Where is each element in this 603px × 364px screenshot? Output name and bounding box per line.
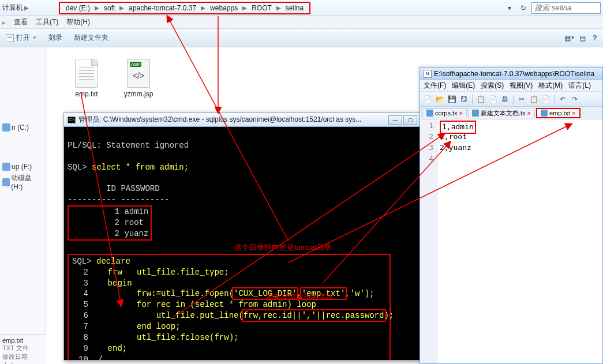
txt-file-icon xyxy=(75,59,98,88)
open-file-icon[interactable]: 📂 xyxy=(435,94,445,104)
save-all-icon[interactable]: 🖫 xyxy=(459,94,469,104)
editor-window: N E:\soft\apache-tomcat-7.0.37\webapps\R… xyxy=(420,67,603,364)
nav-h-drive[interactable]: 动磁盘 (H:) xyxy=(2,172,43,192)
open-button[interactable]: 打开 ▼ xyxy=(3,32,39,44)
minimize-button[interactable]: — xyxy=(388,115,402,125)
tab-emp-txt[interactable]: emp.txt× xyxy=(536,108,580,118)
details-name: emp.txt xyxy=(2,337,44,344)
sql-stmt: select * from admin; xyxy=(92,163,189,172)
breadcrumb-computer[interactable]: 计算机 xyxy=(2,3,23,13)
copy2-icon[interactable]: 📋 xyxy=(529,94,539,104)
file-icon xyxy=(426,110,433,117)
plsql-block-box: SQL> declare 2 frw utl_file.file_type; 3… xyxy=(68,254,391,360)
cmd-titlebar[interactable]: C:\ 管理员: C:\Windows\system32\cmd.exe - s… xyxy=(64,113,421,127)
nav-f-drive[interactable]: up (F:) xyxy=(2,162,43,172)
menu-help[interactable]: 帮助(H) xyxy=(66,17,90,27)
open-label: 打开 xyxy=(16,33,30,43)
chevron-right-icon: ▶ xyxy=(200,5,207,11)
menu-tools[interactable]: 工具(T) xyxy=(36,17,58,27)
editor-tabs: corps.tx× 新建文本文档.tx× emp.txt× xyxy=(420,107,602,119)
editor-menu-lang[interactable]: 语言(L) xyxy=(568,81,591,91)
address-bar: 计算机 ▶ dev (E:)▶ soft▶ apache-tomcat-7.0.… xyxy=(0,0,603,16)
menu-bar: ▸ 查看 工具(T) 帮助(H) xyxy=(0,16,603,29)
cmd-title-text: 管理员: C:\Windows\system32\cmd.exe - sqlpl… xyxy=(78,115,388,125)
breadcrumb-webapps[interactable]: webapps xyxy=(207,3,241,13)
refresh-icon[interactable]: ↻ xyxy=(518,2,529,14)
annotation-dir: 这个目录指向的是tomcat目录 xyxy=(234,242,332,253)
asp-file-icon: ASP </> xyxy=(127,59,150,88)
file-label: emp.txt xyxy=(75,90,98,98)
save-icon[interactable]: 💾 xyxy=(447,94,457,104)
editor-body: 1234 1,admin 2,root 2,yuanz xyxy=(420,119,602,363)
details-mod-label: 修改日期 xyxy=(2,353,28,360)
file-label: yzmm.jsp xyxy=(124,90,153,98)
chevron-right-icon: ▶ xyxy=(241,5,248,11)
help-icon[interactable]: ? xyxy=(590,33,600,43)
details-pane: emp.txt TXT 文件 修改日期 大小: xyxy=(0,334,46,364)
close-icon[interactable]: × xyxy=(572,110,575,117)
breadcrumb-soft[interactable]: soft xyxy=(100,3,118,13)
editor-titlebar[interactable]: N E:\soft\apache-tomcat-7.0.37\webapps\R… xyxy=(420,67,602,80)
editor-menu: 文件(F) 编辑(E) 搜索(S) 视图(V) 格式(M) 语言(L) xyxy=(420,80,602,92)
fields-arg: frw,rec.id||','||rec.password xyxy=(244,311,384,320)
close-icon[interactable]: × xyxy=(459,110,463,117)
maximize-button[interactable]: ▢ xyxy=(403,115,417,125)
drive-icon xyxy=(2,163,10,171)
chevron-right-icon: ▶ xyxy=(275,5,282,11)
drive-icon xyxy=(2,178,10,186)
query-result-box: 1 admin 2 root 2 yuanz xyxy=(68,205,152,241)
breadcrumb-selina[interactable]: selina xyxy=(282,3,307,13)
line-gutter: 1234 xyxy=(420,119,437,363)
notepad-icon xyxy=(6,34,14,42)
code-area[interactable]: 1,admin 2,root 2,yuanz xyxy=(437,119,602,363)
file-icon xyxy=(472,110,479,117)
nav-c-drive[interactable]: n (C:) xyxy=(2,122,43,133)
cut-icon[interactable]: ✂ xyxy=(516,94,527,104)
chevron-right-icon: ▶ xyxy=(23,5,30,11)
editor-toolbar: 📄 📂 💾 🖫 📋 📄 🖶 ✂ 📋 📄 ↶ ↷ xyxy=(420,92,602,107)
breadcrumb-dev[interactable]: dev (E:) xyxy=(62,3,93,13)
close-icon[interactable]: × xyxy=(527,110,531,117)
new-file-icon[interactable]: 📄 xyxy=(422,94,433,104)
print-icon[interactable]: 🖶 xyxy=(500,94,510,104)
file-icon xyxy=(541,110,548,117)
menu-view[interactable]: 查看 xyxy=(14,17,28,27)
undo-icon[interactable]: ↶ xyxy=(557,94,568,104)
annotation-fields: 需要友情备份的字段 xyxy=(266,292,334,302)
address-actions: ▾ ↻ xyxy=(504,2,601,14)
editor-title-text: E:\soft\apache-tomcat-7.0.37\webapps\ROO… xyxy=(434,70,594,78)
dropdown-icon[interactable]: ▾ xyxy=(504,2,515,14)
editor-menu-view[interactable]: 视图(V) xyxy=(510,81,533,91)
nav-pane: n (C:) up (F:) 动磁盘 (H:) xyxy=(0,47,46,364)
editor-menu-search[interactable]: 搜索(S) xyxy=(481,81,504,91)
chevron-right-icon: ▶ xyxy=(93,5,100,11)
asp-tag: ASP xyxy=(130,62,141,67)
details-size-label: 大小: xyxy=(2,362,17,364)
copy-icon[interactable]: 📋 xyxy=(475,94,486,104)
paste2-icon[interactable]: 📄 xyxy=(541,94,551,104)
file-emp-txt[interactable]: emp.txt xyxy=(69,59,104,98)
redo-icon[interactable]: ↷ xyxy=(570,94,580,104)
cmd-window: C:\ 管理员: C:\Windows\system32\cmd.exe - s… xyxy=(63,112,421,361)
tab-newdoc[interactable]: 新建文本文档.tx× xyxy=(468,108,535,118)
breadcrumb-root[interactable]: ROOT xyxy=(248,3,275,13)
drive-icon xyxy=(2,123,10,132)
cmd-icon: C:\ xyxy=(68,117,76,123)
code-glyph: </> xyxy=(128,71,149,80)
search-input[interactable] xyxy=(531,2,601,14)
editor-menu-file[interactable]: 文件(F) xyxy=(424,81,446,91)
new-folder-button[interactable]: 新建文件夹 xyxy=(72,32,111,44)
editor-menu-format[interactable]: 格式(M) xyxy=(538,81,563,91)
preview-pane-icon[interactable]: ▤ xyxy=(578,33,587,43)
details-type: TXT 文件 xyxy=(2,344,44,352)
file-yzmm-jsp[interactable]: ASP </> yzmm.jsp xyxy=(121,59,156,98)
breadcrumb-tomcat[interactable]: apache-tomcat-7.0.37 xyxy=(125,3,200,13)
burn-button[interactable]: 刻录 xyxy=(46,32,65,44)
cmd-body[interactable]: PL/SQL: Statement ignored SQL> select * … xyxy=(64,127,421,360)
chevron-right-icon: ▶ xyxy=(118,5,125,11)
editor-menu-edit[interactable]: 编辑(E) xyxy=(452,81,475,91)
chevron-down-icon: ▼ xyxy=(32,35,37,40)
view-tiles-icon[interactable]: ▦ ▼ xyxy=(565,33,574,43)
tab-corps[interactable]: corps.tx× xyxy=(422,108,467,117)
paste-icon[interactable]: 📄 xyxy=(488,94,498,104)
